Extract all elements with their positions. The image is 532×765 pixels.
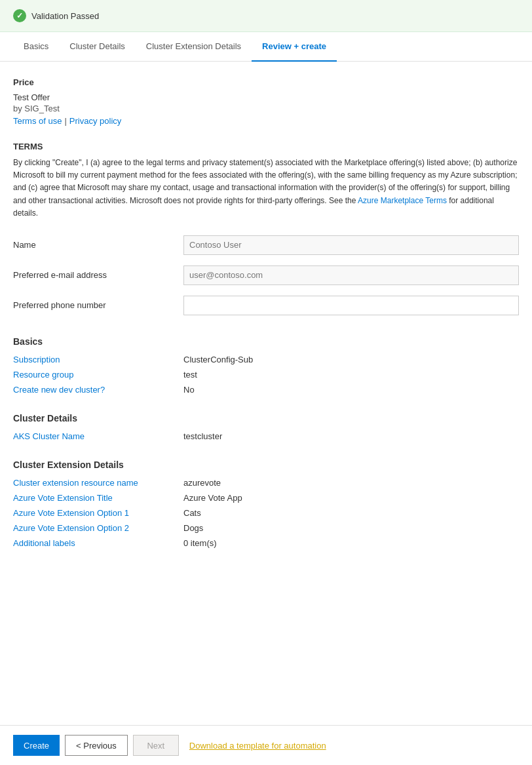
ext-resource-name-row: Cluster extension resource name azurevot… — [13, 478, 519, 488]
contact-form-section: Name Preferred e-mail address Preferred … — [13, 235, 519, 315]
aks-cluster-name-row: AKS Cluster Name testcluster — [13, 431, 519, 441]
azure-vote-title-row: Azure Vote Extension Title Azure Vote Ap… — [13, 493, 519, 503]
create-button[interactable]: Create — [13, 735, 60, 756]
tabs-container: Basics Cluster Details Cluster Extension… — [0, 32, 532, 62]
validation-banner: Validation Passed — [0, 0, 532, 32]
subscription-row: Subscription ClusterConfig-Sub — [13, 355, 519, 364]
download-template-link[interactable]: Download a template for automation — [189, 741, 326, 751]
next-button: Next — [133, 735, 179, 756]
offer-name: Test Offer — [13, 92, 519, 102]
additional-labels-row: Additional labels 0 item(s) — [13, 538, 519, 548]
basics-review-section: Basics Subscription ClusterConfig-Sub Re… — [13, 336, 519, 395]
resource-group-row: Resource group test — [13, 370, 519, 380]
price-section-title: Price — [13, 77, 519, 87]
tab-basics[interactable]: Basics — [13, 32, 59, 62]
ext-resource-name-label: Cluster extension resource name — [13, 478, 183, 488]
azure-vote-option1-value: Cats — [183, 508, 201, 518]
azure-marketplace-link[interactable]: Azure Marketplace Terms — [358, 196, 447, 205]
phone-label: Preferred phone number — [13, 300, 183, 310]
price-section: Price Test Offer by SIG_Test Terms of us… — [13, 77, 519, 126]
email-row: Preferred e-mail address — [13, 265, 519, 285]
create-dev-cluster-value: No — [183, 385, 195, 395]
ext-resource-name-value: azurevote — [183, 478, 221, 488]
aks-cluster-name-label: AKS Cluster Name — [13, 431, 183, 441]
cluster-details-review-title: Cluster Details — [13, 413, 519, 423]
basics-review-title: Basics — [13, 336, 519, 347]
azure-vote-title-value: Azure Vote App — [183, 493, 242, 503]
terms-of-use-link[interactable]: Terms of use — [13, 116, 62, 126]
terms-text: By clicking "Create", I (a) agree to the… — [13, 157, 519, 220]
links-row: Terms of use | Privacy policy — [13, 116, 519, 126]
azure-vote-option1-row: Azure Vote Extension Option 1 Cats — [13, 508, 519, 518]
phone-row: Preferred phone number — [13, 296, 519, 315]
footer: Create < Previous Next Download a templa… — [0, 725, 532, 765]
main-content: Price Test Offer by SIG_Test Terms of us… — [0, 77, 532, 612]
azure-vote-option1-label: Azure Vote Extension Option 1 — [13, 508, 183, 518]
subscription-value: ClusterConfig-Sub — [183, 355, 253, 364]
azure-vote-option2-value: Dogs — [183, 523, 203, 533]
resource-group-value: test — [183, 370, 197, 380]
cluster-details-review-section: Cluster Details AKS Cluster Name testclu… — [13, 413, 519, 441]
aks-cluster-name-value: testcluster — [183, 431, 222, 441]
azure-vote-option2-row: Azure Vote Extension Option 2 Dogs — [13, 523, 519, 533]
link-separator: | — [64, 116, 66, 126]
tab-review-create[interactable]: Review + create — [252, 32, 337, 62]
azure-vote-option2-label: Azure Vote Extension Option 2 — [13, 523, 183, 533]
name-label: Name — [13, 240, 183, 250]
name-input[interactable] — [183, 235, 519, 255]
email-input[interactable] — [183, 265, 519, 285]
resource-group-label: Resource group — [13, 370, 183, 380]
terms-section: TERMS By clicking "Create", I (a) agree … — [13, 142, 519, 220]
create-dev-cluster-row: Create new dev cluster? No — [13, 385, 519, 395]
name-row: Name — [13, 235, 519, 255]
previous-button[interactable]: < Previous — [65, 735, 128, 756]
offer-by: by SIG_Test — [13, 104, 519, 113]
create-dev-cluster-label: Create new dev cluster? — [13, 385, 183, 395]
email-label: Preferred e-mail address — [13, 270, 183, 280]
cluster-extension-review-title: Cluster Extension Details — [13, 460, 519, 470]
additional-labels-label: Additional labels — [13, 538, 183, 548]
validation-text: Validation Passed — [31, 11, 99, 21]
tab-cluster-details[interactable]: Cluster Details — [59, 32, 136, 62]
tab-cluster-extension-details[interactable]: Cluster Extension Details — [136, 32, 252, 62]
validation-icon — [13, 9, 26, 22]
azure-vote-title-label: Azure Vote Extension Title — [13, 493, 183, 503]
privacy-policy-link[interactable]: Privacy policy — [69, 116, 121, 126]
cluster-extension-review-section: Cluster Extension Details Cluster extens… — [13, 460, 519, 548]
additional-labels-value: 0 item(s) — [183, 538, 217, 548]
subscription-label: Subscription — [13, 355, 183, 364]
phone-input[interactable] — [183, 296, 519, 315]
terms-title: TERMS — [13, 142, 519, 151]
